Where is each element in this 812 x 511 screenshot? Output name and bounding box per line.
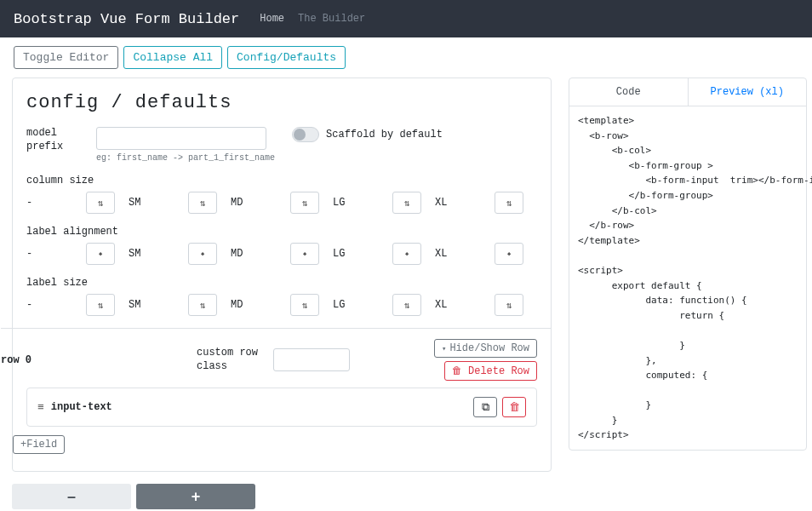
column-size-base-input[interactable] <box>86 192 115 214</box>
field-name: input-text <box>51 401 112 413</box>
column-size-label: column size <box>26 175 537 187</box>
column-size-lg-input[interactable] <box>392 192 421 214</box>
scaffold-label: Scaffold by default <box>326 129 443 141</box>
add-field-button[interactable]: +Field <box>13 435 65 454</box>
scaffold-switch[interactable] <box>292 127 319 142</box>
code-preview-panel: Code Preview (xl) <template> <b-row> <b-… <box>569 78 807 451</box>
bp-base: - <box>26 197 86 209</box>
custom-row-class-input[interactable] <box>273 348 350 371</box>
label-size-lg-input[interactable] <box>392 294 421 316</box>
label-align-xl-select[interactable] <box>495 243 523 265</box>
column-size-xl-input[interactable] <box>495 192 523 214</box>
label-alignment-label: label alignment <box>26 226 537 238</box>
label-size-xl-input[interactable] <box>495 294 523 316</box>
nav-link-builder[interactable]: The Builder <box>298 13 365 25</box>
field-card: ≡ input-text ⧉ 🗑 <box>26 388 537 427</box>
label-align-md-select[interactable] <box>290 243 319 265</box>
column-size-md-input[interactable] <box>290 192 319 214</box>
hide-show-row-button[interactable]: Hide/Show Row <box>434 339 537 358</box>
bp-md: MD <box>231 197 290 209</box>
trash-icon: 🗑 <box>509 401 520 414</box>
config-panel: config / defaults model prefix eg: first… <box>12 78 552 472</box>
delete-field-button[interactable]: 🗑 <box>502 397 526 417</box>
navbar: Bootstrap Vue Form Builder Home The Buil… <box>0 0 812 37</box>
model-prefix-label: model prefix <box>26 127 88 153</box>
add-row-button[interactable]: + <box>136 484 255 509</box>
config-title: config / defaults <box>26 92 537 113</box>
column-size-sm-input[interactable] <box>188 192 217 214</box>
model-prefix-input[interactable] <box>96 127 266 150</box>
model-prefix-hint: eg: first_name -> part_1_first_name <box>96 153 275 163</box>
config-defaults-button[interactable]: Config/Defaults <box>227 46 346 69</box>
label-align-sm-select[interactable] <box>188 243 217 265</box>
toggle-editor-button[interactable]: Toggle Editor <box>14 46 118 69</box>
drag-handle-icon[interactable]: ≡ <box>37 401 44 414</box>
copy-icon: ⧉ <box>482 401 489 414</box>
remove-row-button[interactable]: – <box>12 484 131 509</box>
bp-xl: XL <box>435 197 495 209</box>
label-align-base-select[interactable] <box>86 243 115 265</box>
caret-down-icon <box>442 342 449 354</box>
label-size-md-input[interactable] <box>290 294 319 316</box>
navbar-brand: Bootstrap Vue Form Builder <box>14 11 239 27</box>
label-size-sm-input[interactable] <box>188 294 217 316</box>
copy-field-button[interactable]: ⧉ <box>473 397 497 417</box>
bp-sm: SM <box>129 197 188 209</box>
custom-row-class-label: custom row class <box>197 347 273 373</box>
delete-row-button[interactable]: 🗑 Delete Row <box>444 361 537 381</box>
trash-icon: 🗑 <box>452 365 468 377</box>
tab-preview[interactable]: Preview (xl) <box>689 78 807 106</box>
tab-code[interactable]: Code <box>569 78 689 106</box>
bp-lg: LG <box>333 197 392 209</box>
label-size-label: label size <box>26 277 537 289</box>
collapse-all-button[interactable]: Collapse All <box>123 46 222 69</box>
label-size-base-input[interactable] <box>86 294 115 316</box>
code-output: <template> <b-row> <b-col> <b-form-group… <box>569 106 806 450</box>
row-label: row 0 <box>1 354 197 366</box>
nav-link-home[interactable]: Home <box>260 13 284 25</box>
label-align-lg-select[interactable] <box>392 243 421 265</box>
toolbar: Toggle Editor Collapse All Config/Defaul… <box>0 37 812 78</box>
